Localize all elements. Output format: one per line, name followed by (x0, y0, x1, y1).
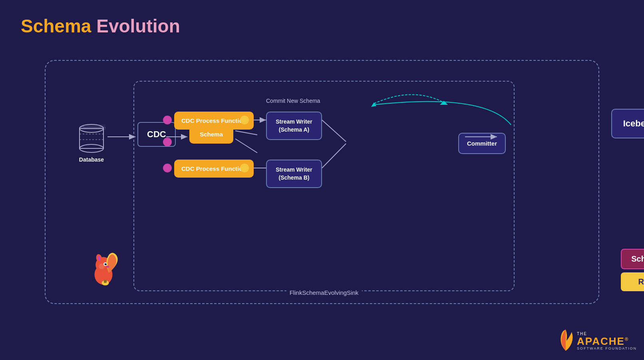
flink-mascot (85, 251, 121, 287)
connector-dot-mid (163, 138, 172, 146)
page-title: Schema Evolution (21, 15, 180, 37)
connector-dot-top (163, 116, 172, 124)
committer-block: Committer (458, 133, 506, 154)
row-badge: Row (621, 272, 644, 291)
svg-point-20 (106, 266, 109, 268)
output-dot-bottom (240, 164, 249, 172)
output-dot-top (240, 116, 249, 124)
diagram-area: Database CDC DeserializationSchema Commi… (21, 52, 623, 328)
connector-dot-bottom (163, 164, 172, 172)
svg-point-21 (99, 264, 104, 269)
stream-writer-bottom: Stream Writer(Schema B) (266, 160, 322, 188)
apache-text-area: THE APACHE® SOFTWARE FOUNDATION (577, 332, 637, 350)
database-label: Database (79, 156, 104, 163)
outer-box: Database CDC DeserializationSchema Commi… (45, 60, 599, 304)
svg-line-9 (322, 120, 346, 142)
apache-logo: THE APACHE® SOFTWARE FOUNDATION (558, 329, 637, 353)
apache-feather-icon (558, 329, 574, 353)
svg-point-19 (105, 263, 106, 264)
sink-label: FlinkSchemaEvolvingSink (286, 289, 362, 296)
apache-name-label: APACHE® (577, 336, 637, 346)
svg-line-10 (322, 144, 346, 168)
apache-sf-label: SOFTWARE FOUNDATION (577, 346, 637, 350)
schema-row-legend: Schema Row (621, 249, 644, 291)
iceberg-block: Iceberg (611, 109, 644, 138)
svg-point-18 (105, 263, 107, 265)
title-evolution: Evolution (91, 16, 180, 36)
inner-box: Commit New Schema CDC Process Function C… (133, 81, 515, 291)
stream-writer-top: Stream Writer(Schema A) (266, 112, 322, 140)
database-block: Database (78, 123, 105, 163)
svg-rect-23 (104, 280, 107, 283)
schema-badge: Schema (621, 249, 644, 269)
title-schema: Schema (21, 16, 91, 36)
svg-marker-11 (440, 101, 448, 105)
database-icon (78, 123, 105, 155)
commit-schema-label: Commit New Schema (266, 98, 320, 104)
